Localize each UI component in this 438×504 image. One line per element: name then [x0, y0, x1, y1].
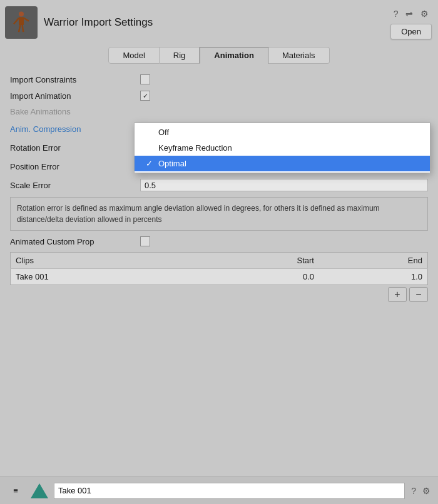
info-box: Rotation error is defined as maximum ang…	[10, 197, 428, 231]
gear-icon[interactable]: ⚙	[419, 8, 430, 20]
title-bar: Warrior Import Settings ? ⇌ ⚙ Open	[0, 0, 438, 43]
import-animation-row: Import Animation ✓	[10, 88, 428, 104]
clip-start: 0.0	[200, 269, 319, 285]
hamburger-icon[interactable]: ≡	[6, 481, 25, 500]
bottom-help-icon[interactable]: ?	[410, 485, 417, 497]
animated-custom-row: Animated Custom Prop	[10, 233, 428, 249]
info-box-text: Rotation error is defined as maximum ang…	[17, 204, 380, 224]
rotation-error-label: Rotation Error	[10, 143, 135, 153]
scale-error-input[interactable]	[140, 179, 428, 191]
tab-materials[interactable]: Materials	[268, 47, 330, 64]
import-constraints-checkbox[interactable]	[140, 74, 150, 84]
bake-animations-label: Bake Animations	[10, 107, 135, 116]
triangle-logo	[30, 481, 49, 500]
clips-table-header: Clips Start End	[11, 253, 428, 269]
import-constraints-label: Import Constraints	[10, 75, 135, 84]
clips-col-start: Start	[200, 253, 319, 269]
scale-error-label: Scale Error	[10, 181, 135, 190]
add-clip-button[interactable]: +	[388, 287, 407, 302]
import-animation-checkbox[interactable]: ✓	[140, 91, 150, 101]
window-title: Warrior Import Settings	[44, 16, 384, 29]
dropdown-option-keyframe-label: Keyframe Reduction	[158, 143, 232, 153]
dropdown-option-keyframe[interactable]: Keyframe Reduction	[135, 140, 430, 156]
content-area: Import Constraints Import Animation ✓ Ba…	[0, 69, 438, 476]
scale-error-row: Scale Error	[10, 176, 428, 194]
svg-line-4	[19, 25, 20, 32]
clips-table: Clips Start End Take 001 0.0 1.0	[10, 252, 428, 285]
clips-col-end: End	[319, 253, 428, 269]
tabs-row: Model Rig Animation Materials	[0, 43, 438, 69]
bottom-gear-icon[interactable]: ⚙	[421, 485, 432, 497]
optimal-checkmark: ✓	[146, 159, 155, 168]
dropdown-option-off-label: Off	[158, 128, 169, 137]
svg-line-2	[14, 18, 19, 24]
bottom-name-input[interactable]	[54, 483, 405, 499]
animated-custom-checkbox[interactable]	[140, 236, 150, 246]
remove-clip-button[interactable]: −	[409, 287, 428, 302]
help-icon[interactable]: ?	[392, 8, 400, 20]
import-constraints-row: Import Constraints	[10, 71, 428, 88]
tab-animation[interactable]: Animation	[200, 47, 268, 64]
dropdown-option-optimal-label: Optimal	[158, 159, 186, 168]
title-actions: ? ⇌ ⚙ Open	[390, 5, 432, 39]
anim-compression-dropdown-wrapper: Off Keyframe Reduction ✓ Optimal	[140, 123, 428, 135]
clips-col-name: Clips	[11, 253, 200, 269]
animated-custom-label: Animated Custom Prop	[10, 237, 135, 246]
tab-model[interactable]: Model	[108, 47, 159, 64]
dropdown-option-off[interactable]: Off	[135, 124, 430, 140]
bake-animations-row: Bake Animations	[10, 104, 428, 119]
tab-rig[interactable]: Rig	[160, 47, 200, 64]
anim-compression-label: Anim. Compression	[10, 124, 135, 134]
import-animation-label: Import Animation	[10, 91, 135, 101]
bottom-actions: ? ⚙	[410, 485, 432, 497]
clip-end: 1.0	[319, 269, 428, 285]
sliders-icon[interactable]: ⇌	[404, 8, 414, 20]
bottom-bar: ≡ ? ⚙	[0, 476, 438, 504]
svg-line-3	[24, 18, 29, 21]
open-button[interactable]: Open	[390, 24, 432, 39]
dropdown-popup: Off Keyframe Reduction ✓ Optimal	[134, 123, 430, 173]
clip-name: Take 001	[11, 269, 200, 285]
position-error-label: Position Error	[10, 162, 135, 171]
svg-point-0	[19, 11, 24, 16]
warrior-icon	[5, 6, 38, 39]
window: Warrior Import Settings ? ⇌ ⚙ Open Model…	[0, 0, 438, 504]
clips-section: Clips Start End Take 001 0.0 1.0 + −	[10, 252, 428, 302]
anim-compression-row: Anim. Compression Off Keyframe Reduction…	[10, 119, 428, 138]
svg-line-5	[23, 25, 24, 32]
svg-rect-1	[19, 17, 24, 25]
table-row[interactable]: Take 001 0.0 1.0	[11, 269, 428, 285]
clips-actions: + −	[10, 287, 428, 302]
dropdown-option-optimal[interactable]: ✓ Optimal	[135, 156, 430, 171]
